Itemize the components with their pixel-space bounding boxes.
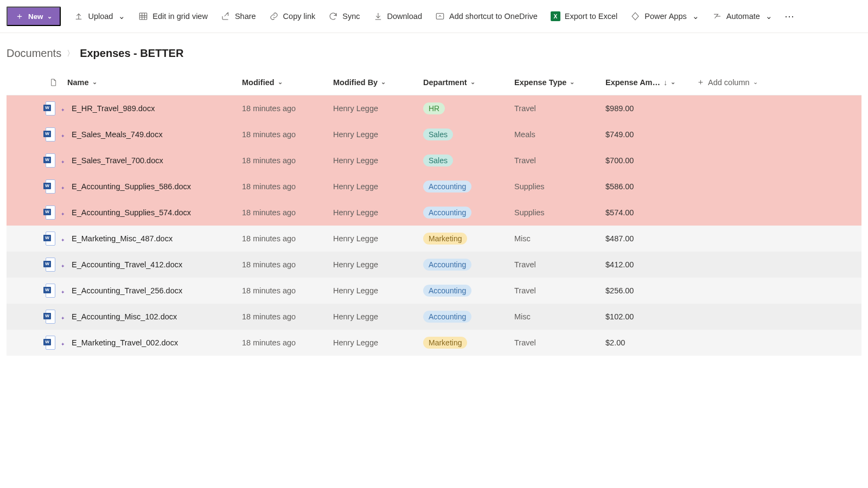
breadcrumb-root[interactable]: Documents [7, 47, 61, 60]
word-doc-icon [43, 101, 54, 114]
expense-type-column-header[interactable]: Expense Type ⌄ [512, 72, 603, 93]
file-name-link[interactable]: E_Accounting_Supplies_574.docx [72, 208, 191, 217]
file-name-link[interactable]: E_Accounting_Supplies_586.docx [72, 182, 191, 191]
table-row[interactable]: E_Accounting_Misc_102.docx18 minutes ago… [7, 304, 861, 330]
modified-by-column-label: Modified By [333, 78, 378, 87]
download-button[interactable]: Download [368, 8, 428, 24]
file-name-link[interactable]: E_Sales_Meals_749.docx [72, 130, 163, 139]
department-cell: Accounting [421, 256, 512, 273]
automate-icon [712, 11, 722, 21]
edit-grid-button[interactable]: Edit in grid view [133, 8, 213, 24]
modified-by-cell[interactable]: Henry Legge [331, 128, 421, 141]
sync-icon [328, 11, 338, 21]
table-row[interactable]: E_Accounting_Supplies_586.docx18 minutes… [7, 174, 861, 200]
modified-by-cell[interactable]: Henry Legge [331, 310, 421, 323]
expense-type-cell: Travel [512, 102, 603, 115]
add-shortcut-label: Add shortcut to OneDrive [449, 12, 538, 21]
copy-link-label: Copy link [283, 12, 316, 21]
table-row[interactable]: E_HR_Travel_989.docx18 minutes agoHenry … [7, 95, 861, 121]
word-doc-icon [43, 284, 54, 297]
svg-rect-0 [140, 13, 148, 20]
modified-by-cell[interactable]: Henry Legge [331, 232, 421, 245]
sync-button[interactable]: Sync [323, 8, 365, 24]
export-excel-button[interactable]: Export to Excel [545, 8, 623, 24]
department-pill: HR [423, 102, 445, 114]
modified-by-cell[interactable]: Henry Legge [331, 206, 421, 219]
expense-type-cell: Misc [512, 310, 603, 323]
modified-column-header[interactable]: Modified ⌄ [240, 72, 331, 93]
file-name-link[interactable]: E_Accounting_Travel_256.docx [72, 286, 182, 295]
file-name-link[interactable]: E_Marketing_Travel_002.docx [72, 338, 178, 347]
copy-link-button[interactable]: Copy link [264, 8, 321, 24]
plus-icon: ＋ [15, 12, 24, 21]
modified-cell: 18 minutes ago [240, 310, 331, 323]
expense-amount-cell: $574.00 [603, 206, 694, 219]
automate-button[interactable]: Automate ⌄ [707, 8, 778, 24]
file-type-column-header[interactable] [41, 78, 65, 87]
word-doc-icon [43, 179, 54, 192]
share-icon [221, 11, 231, 21]
file-name-link[interactable]: E_Sales_Travel_700.docx [72, 156, 163, 165]
modified-by-cell[interactable]: Henry Legge [331, 336, 421, 349]
name-column-label: Name [67, 78, 89, 87]
plus-icon: ＋ [697, 77, 705, 87]
upload-label: Upload [88, 12, 113, 21]
grid-icon [138, 11, 148, 21]
department-pill: Accounting [423, 311, 471, 323]
chevron-down-icon: ⌄ [470, 79, 475, 86]
edit-grid-label: Edit in grid view [152, 12, 208, 21]
expense-amount-cell: $586.00 [603, 180, 694, 193]
department-cell: Marketing [421, 230, 512, 247]
modified-by-cell[interactable]: Henry Legge [331, 258, 421, 271]
table-row[interactable]: E_Sales_Travel_700.docx18 minutes agoHen… [7, 147, 861, 174]
modified-by-cell[interactable]: Henry Legge [331, 102, 421, 115]
department-pill: Sales [423, 129, 453, 140]
share-button[interactable]: Share [215, 8, 261, 24]
modified-by-column-header[interactable]: Modified By ⌄ [331, 72, 421, 93]
table-row[interactable]: E_Accounting_Supplies_574.docx18 minutes… [7, 200, 861, 226]
new-button[interactable]: ＋ New ⌄ [7, 7, 61, 26]
modified-cell: 18 minutes ago [240, 232, 331, 245]
table-row[interactable]: E_Accounting_Travel_412.docx18 minutes a… [7, 252, 861, 278]
power-apps-button[interactable]: Power Apps ⌄ [625, 8, 704, 24]
modified-cell: 18 minutes ago [240, 336, 331, 349]
shortcut-icon [435, 11, 445, 21]
chevron-down-icon: ⌄ [753, 79, 758, 86]
expense-type-cell: Misc [512, 232, 603, 245]
download-icon [373, 11, 383, 21]
expense-type-cell: Supplies [512, 206, 603, 219]
department-cell: Marketing [421, 335, 512, 351]
add-column-button[interactable]: ＋ Add column ⌄ [694, 70, 794, 94]
table-row[interactable]: E_Sales_Meals_749.docx18 minutes agoHenr… [7, 121, 861, 147]
file-name-link[interactable]: E_Accounting_Misc_102.docx [72, 312, 177, 321]
table-row[interactable]: E_Marketing_Travel_002.docx18 minutes ag… [7, 330, 861, 356]
file-name-link[interactable]: E_Accounting_Travel_412.docx [72, 260, 182, 269]
modified-column-label: Modified [242, 78, 275, 87]
chevron-down-icon: ⌄ [381, 79, 386, 86]
document-list: Name ⌄ Modified ⌄ Modified By ⌄ Departme… [0, 69, 868, 356]
name-column-header[interactable]: Name ⌄ [65, 72, 240, 93]
upload-icon [74, 11, 84, 21]
file-name-link[interactable]: E_Marketing_Misc_487.docx [72, 234, 173, 243]
modified-cell: 18 minutes ago [240, 180, 331, 193]
table-row[interactable]: E_Marketing_Misc_487.docx18 minutes agoH… [7, 226, 861, 252]
modified-cell: 18 minutes ago [240, 128, 331, 141]
sort-descending-icon: ↓ [663, 78, 667, 87]
department-column-header[interactable]: Department ⌄ [421, 72, 512, 93]
modified-by-cell[interactable]: Henry Legge [331, 180, 421, 193]
department-cell: Accounting [421, 204, 512, 221]
expense-amount-column-header[interactable]: Expense Am… ↓ ⌄ [603, 72, 694, 93]
word-doc-icon [43, 310, 54, 323]
modified-by-cell[interactable]: Henry Legge [331, 154, 421, 167]
excel-icon [551, 11, 560, 21]
more-actions-button[interactable]: ⋯ [780, 8, 799, 24]
expense-type-cell: Meals [512, 128, 603, 141]
add-shortcut-button[interactable]: Add shortcut to OneDrive [430, 8, 543, 24]
upload-button[interactable]: Upload ⌄ [68, 8, 131, 24]
file-name-link[interactable]: E_HR_Travel_989.docx [72, 104, 155, 113]
table-row[interactable]: E_Accounting_Travel_256.docx18 minutes a… [7, 278, 861, 304]
expense-type-cell: Travel [512, 154, 603, 167]
department-pill: Accounting [423, 207, 471, 219]
modified-by-cell[interactable]: Henry Legge [331, 284, 421, 297]
power-apps-label: Power Apps [644, 12, 686, 21]
